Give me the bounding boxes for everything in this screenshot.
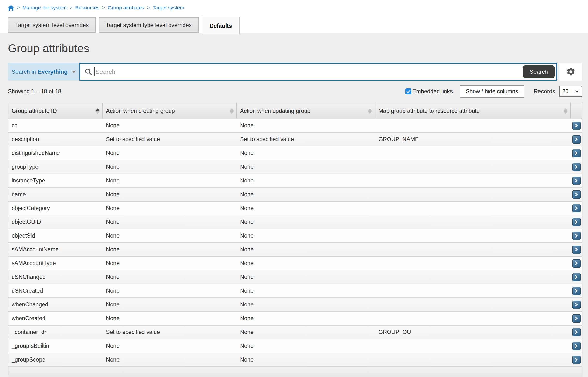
cell-action-when-creating-group: None (103, 284, 237, 297)
cell-row-actions (571, 174, 582, 187)
table-row: uSNCreatedNoneNone (8, 284, 582, 298)
chevron-right-icon (574, 275, 578, 279)
row-detail-button[interactable] (572, 204, 580, 212)
home-icon[interactable] (8, 5, 14, 11)
showing-count: Showing 1 – 18 of 18 (8, 88, 61, 95)
cell-row-actions (571, 271, 582, 284)
table-row: objectSidNoneNone (8, 229, 582, 243)
cell-group-attribute-id: sAMAccountType (8, 257, 103, 270)
row-detail-button[interactable] (572, 177, 580, 185)
cell-map-group-attribute (375, 339, 571, 353)
cell-row-actions (571, 298, 582, 311)
chevron-right-icon (574, 303, 578, 307)
table-row: objectGUIDNoneNone (8, 215, 582, 229)
row-detail-button[interactable] (572, 122, 580, 130)
row-detail-button[interactable] (572, 218, 580, 226)
cell-row-actions (571, 201, 582, 215)
chevron-right-icon (574, 289, 578, 293)
row-detail-button[interactable] (572, 328, 580, 336)
column-header-group-attribute-id[interactable]: Group attribute ID (8, 103, 103, 119)
cell-group-attribute-id: _groupScope (8, 353, 103, 366)
column-header-actions (571, 103, 582, 119)
cell-map-group-attribute (375, 146, 571, 160)
table-row: uSNChangedNoneNone (8, 271, 582, 284)
breadcrumb: > Manage the system > Resources > Group … (8, 4, 588, 12)
tab-target-system-level-overrides[interactable]: Target system level overrides (8, 17, 96, 33)
cell-action-when-updating-group: None (237, 201, 375, 215)
row-detail-button[interactable] (572, 259, 580, 268)
embedded-links-checkbox[interactable] (406, 88, 411, 94)
cell-map-group-attribute (375, 298, 571, 311)
checkmark-icon (406, 89, 411, 94)
cell-group-attribute-id: description (8, 133, 103, 146)
search-button[interactable]: Search (523, 66, 555, 78)
row-detail-button[interactable] (572, 314, 580, 323)
cell-map-group-attribute (375, 201, 571, 215)
sort-icon (230, 108, 234, 114)
row-detail-button[interactable] (572, 273, 580, 281)
search-settings-button[interactable] (559, 63, 582, 81)
row-detail-button[interactable] (572, 301, 580, 309)
row-detail-button[interactable] (572, 246, 580, 254)
cell-group-attribute-id: _groupIsBuiltin (8, 339, 103, 353)
row-detail-button[interactable] (572, 287, 580, 295)
cell-action-when-creating-group: None (103, 160, 237, 174)
cell-row-actions (571, 160, 582, 174)
cell-action-when-updating-group: None (237, 188, 375, 201)
breadcrumb-separator-icon: > (17, 5, 20, 11)
cell-action-when-updating-group: None (237, 339, 375, 353)
search-input[interactable] (95, 64, 523, 79)
cell-action-when-updating-group: None (237, 298, 375, 311)
column-header-action-when-creating-group[interactable]: Action when creating group (103, 103, 237, 119)
cell-map-group-attribute (375, 312, 571, 325)
row-detail-button[interactable] (572, 135, 580, 143)
column-header-action-when-updating-group[interactable]: Action when updating group (237, 103, 375, 119)
cell-action-when-creating-group: None (103, 201, 237, 215)
chevron-right-icon (574, 151, 578, 155)
breadcrumb-link-manage-the-system[interactable]: Manage the system (23, 5, 67, 11)
tab-target-system-type-level-overrides[interactable]: Target system type level overrides (99, 17, 199, 33)
column-header-label: Action when creating group (106, 108, 175, 114)
page-title: Group attributes (8, 42, 588, 55)
cell-action-when-updating-group: None (237, 119, 375, 132)
search-scope-dropdown[interactable]: Search in Everything (8, 63, 79, 81)
cell-group-attribute-id: name (8, 188, 103, 201)
breadcrumb-link-resources[interactable]: Resources (75, 5, 99, 11)
search-scope-prefix: Search in (11, 68, 36, 75)
cell-map-group-attribute (375, 188, 571, 201)
column-header-map-group-attribute[interactable]: Map group attribute to resource attribut… (375, 103, 571, 119)
records-select[interactable]: 20 (559, 86, 582, 97)
search-icon (85, 68, 92, 76)
cell-action-when-creating-group: Set to specified value (103, 133, 237, 146)
cell-map-group-attribute (375, 229, 571, 242)
show-hide-columns-button[interactable]: Show / hide columns (460, 85, 524, 98)
cell-row-actions (571, 353, 582, 366)
tab-defaults[interactable]: Defaults (202, 17, 240, 34)
row-detail-button[interactable] (572, 342, 580, 350)
cell-map-group-attribute (375, 160, 571, 174)
cell-action-when-updating-group: None (237, 174, 375, 187)
table-row: _groupIsBuiltinNoneNone (8, 339, 582, 353)
row-detail-button[interactable] (572, 149, 580, 157)
cell-group-attribute-id: distinguishedName (8, 146, 103, 160)
row-detail-button[interactable] (572, 163, 580, 171)
row-detail-button[interactable] (572, 232, 580, 240)
table-row: distinguishedNameNoneNone (8, 146, 582, 160)
table-row: whenCreatedNoneNone (8, 312, 582, 326)
chevron-right-icon (574, 261, 578, 265)
breadcrumb-link-target-system[interactable]: Target system (153, 5, 184, 11)
cell-group-attribute-id: objectSid (8, 229, 103, 242)
cell-row-actions (571, 243, 582, 256)
table-row: objectCategoryNoneNone (8, 201, 582, 215)
cell-action-when-creating-group: None (103, 215, 237, 229)
attributes-table: Group attribute ID Action when creating … (8, 103, 582, 377)
cell-map-group-attribute (375, 243, 571, 256)
breadcrumb-link-group-attributes[interactable]: Group attributes (108, 5, 144, 11)
cell-row-actions (571, 215, 582, 229)
chevron-right-icon (574, 316, 578, 320)
cell-action-when-updating-group: Set to specified value (237, 133, 375, 146)
row-detail-button[interactable] (572, 190, 580, 199)
row-detail-button[interactable] (572, 356, 580, 364)
chevron-right-icon (574, 234, 578, 238)
cell-action-when-updating-group: None (237, 312, 375, 325)
